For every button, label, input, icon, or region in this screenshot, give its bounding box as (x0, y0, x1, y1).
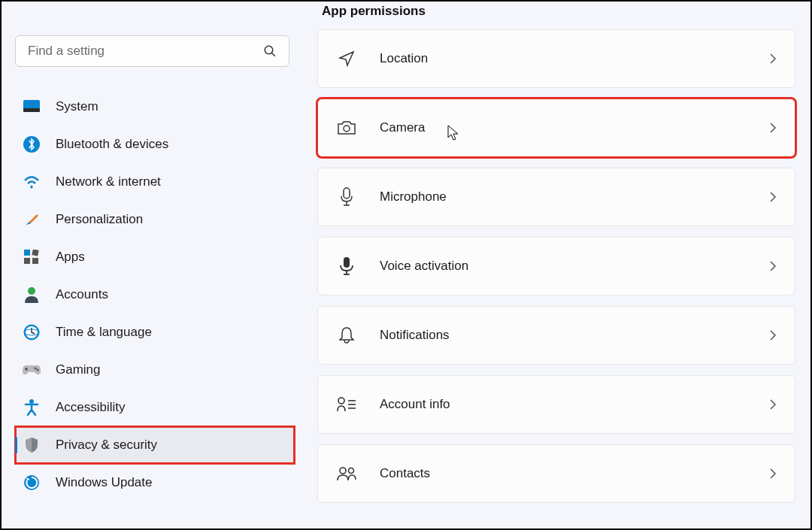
chevron-right-icon (769, 122, 777, 134)
sidebar-item-label: Bluetooth & devices (56, 137, 168, 152)
contacts-icon (336, 463, 357, 484)
svg-rect-8 (24, 258, 30, 264)
svg-point-10 (28, 287, 35, 295)
sidebar-item-label: System (56, 99, 98, 114)
sidebar-item-label: Accessibility (56, 400, 126, 415)
chevron-right-icon (769, 53, 777, 65)
system-icon (23, 98, 41, 116)
apps-icon (23, 248, 41, 266)
svg-point-19 (344, 126, 350, 132)
permission-item-contacts[interactable]: Contacts (317, 444, 795, 503)
permission-label: Account info (380, 397, 769, 412)
svg-line-1 (271, 53, 275, 56)
gamepad-icon (23, 361, 41, 379)
permission-label: Location (380, 51, 769, 66)
section-title: App permissions (322, 4, 795, 19)
permission-label: Microphone (380, 189, 769, 204)
sidebar-item-personalization[interactable]: Personalization (15, 201, 295, 238)
update-icon (23, 474, 41, 492)
chevron-right-icon (769, 468, 777, 480)
sidebar-item-label: Apps (56, 250, 85, 265)
svg-rect-9 (32, 258, 38, 264)
sidebar-item-bluetooth[interactable]: Bluetooth & devices (15, 126, 295, 163)
svg-rect-6 (24, 250, 30, 256)
nav-list: System Bluetooth & devices Network & int… (15, 88, 295, 501)
svg-point-31 (349, 468, 354, 474)
wifi-icon (23, 173, 41, 191)
sidebar-item-network[interactable]: Network & internet (15, 163, 295, 201)
svg-point-16 (37, 369, 39, 371)
permission-label: Camera (380, 120, 769, 135)
svg-point-15 (35, 368, 37, 370)
voice-icon (336, 256, 357, 277)
sidebar-item-time-language[interactable]: Time & language (15, 313, 295, 351)
sidebar-item-label: Privacy & security (56, 438, 157, 453)
svg-rect-3 (23, 108, 40, 112)
bluetooth-icon (23, 135, 41, 153)
permission-item-camera[interactable]: Camera (317, 98, 795, 157)
search-icon (263, 44, 277, 58)
sidebar-item-label: Windows Update (56, 475, 153, 490)
sidebar-item-privacy-security[interactable]: Privacy & security (15, 426, 295, 464)
sidebar-item-gaming[interactable]: Gaming (15, 351, 295, 389)
permission-label: Contacts (380, 466, 769, 481)
permission-item-account-info[interactable]: Account info (317, 375, 795, 434)
sidebar-item-label: Network & internet (56, 174, 161, 189)
permission-item-microphone[interactable]: Microphone (317, 168, 795, 226)
search-input[interactable] (28, 44, 263, 59)
sidebar-item-windows-update[interactable]: Windows Update (15, 464, 295, 501)
permission-list: Location Camera Microphone Voice activat… (317, 29, 795, 503)
account-info-icon (336, 394, 357, 415)
main-panel: App permissions Location Camera Micropho… (302, 2, 810, 528)
search-box[interactable] (15, 35, 289, 67)
chevron-right-icon (769, 398, 777, 410)
svg-rect-7 (32, 250, 38, 256)
permission-item-notifications[interactable]: Notifications (317, 306, 795, 365)
chevron-right-icon (769, 260, 777, 272)
permission-label: Notifications (380, 328, 769, 343)
permission-item-location[interactable]: Location (317, 29, 795, 88)
svg-point-5 (31, 186, 33, 188)
sidebar-item-label: Accounts (56, 287, 108, 302)
svg-point-30 (340, 468, 346, 474)
sidebar-item-system[interactable]: System (15, 88, 295, 126)
location-icon (336, 48, 357, 69)
camera-icon (336, 117, 357, 138)
svg-point-17 (29, 399, 34, 404)
accessibility-icon (23, 398, 41, 416)
sidebar-item-apps[interactable]: Apps (15, 238, 295, 276)
paintbrush-icon (23, 210, 41, 229)
permission-item-voice-activation[interactable]: Voice activation (317, 237, 795, 295)
sidebar-item-accessibility[interactable]: Accessibility (15, 389, 295, 426)
microphone-icon (336, 186, 357, 207)
shield-icon (23, 436, 41, 454)
person-icon (23, 286, 41, 304)
sidebar-item-label: Gaming (56, 362, 101, 377)
globe-clock-icon (23, 323, 41, 341)
sidebar-item-label: Time & language (56, 325, 152, 340)
svg-rect-23 (344, 257, 350, 268)
sidebar: System Bluetooth & devices Network & int… (2, 2, 302, 528)
permission-label: Voice activation (380, 259, 769, 274)
svg-point-0 (265, 46, 273, 54)
sidebar-item-label: Personalization (56, 212, 143, 227)
svg-point-26 (338, 398, 344, 404)
sidebar-item-accounts[interactable]: Accounts (15, 276, 295, 313)
chevron-right-icon (769, 329, 777, 341)
chevron-right-icon (769, 191, 777, 203)
svg-rect-20 (344, 188, 350, 198)
bell-icon (336, 325, 357, 346)
